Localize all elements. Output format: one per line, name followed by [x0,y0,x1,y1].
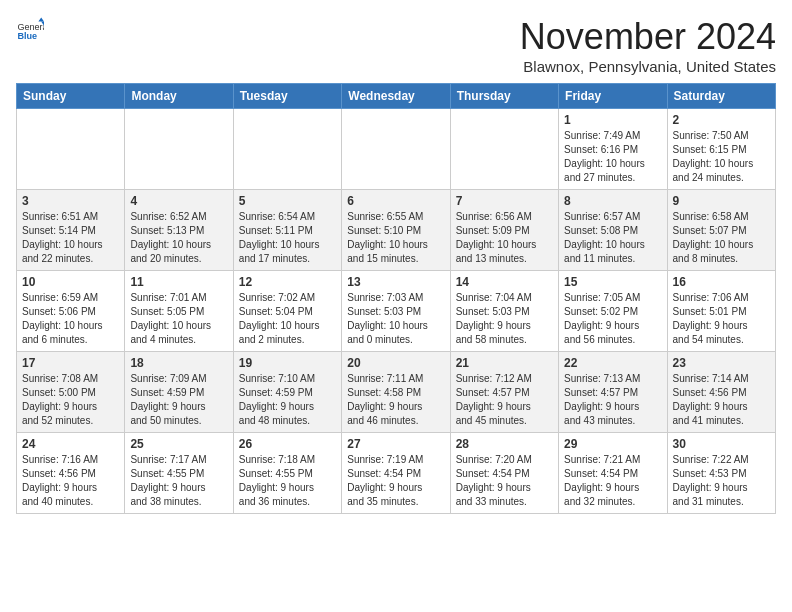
svg-text:Blue: Blue [17,31,37,41]
day-number: 20 [347,356,444,370]
day-number: 28 [456,437,553,451]
calendar-cell: 15Sunrise: 7:05 AM Sunset: 5:02 PM Dayli… [559,271,667,352]
calendar-cell: 24Sunrise: 7:16 AM Sunset: 4:56 PM Dayli… [17,433,125,514]
logo: General Blue [16,16,44,44]
day-number: 16 [673,275,770,289]
calendar-cell: 30Sunrise: 7:22 AM Sunset: 4:53 PM Dayli… [667,433,775,514]
day-info: Sunrise: 7:49 AM Sunset: 6:16 PM Dayligh… [564,129,661,185]
calendar-cell: 19Sunrise: 7:10 AM Sunset: 4:59 PM Dayli… [233,352,341,433]
day-number: 17 [22,356,119,370]
calendar-cell: 28Sunrise: 7:20 AM Sunset: 4:54 PM Dayli… [450,433,558,514]
month-title: November 2024 [520,16,776,58]
location-subtitle: Blawnox, Pennsylvania, United States [520,58,776,75]
weekday-header-wednesday: Wednesday [342,84,450,109]
day-info: Sunrise: 7:04 AM Sunset: 5:03 PM Dayligh… [456,291,553,347]
day-info: Sunrise: 7:16 AM Sunset: 4:56 PM Dayligh… [22,453,119,509]
day-info: Sunrise: 7:22 AM Sunset: 4:53 PM Dayligh… [673,453,770,509]
calendar-week-2: 3Sunrise: 6:51 AM Sunset: 5:14 PM Daylig… [17,190,776,271]
day-number: 22 [564,356,661,370]
day-info: Sunrise: 6:55 AM Sunset: 5:10 PM Dayligh… [347,210,444,266]
calendar-cell: 10Sunrise: 6:59 AM Sunset: 5:06 PM Dayli… [17,271,125,352]
day-number: 30 [673,437,770,451]
day-number: 7 [456,194,553,208]
day-number: 26 [239,437,336,451]
calendar-cell: 13Sunrise: 7:03 AM Sunset: 5:03 PM Dayli… [342,271,450,352]
day-info: Sunrise: 7:08 AM Sunset: 5:00 PM Dayligh… [22,372,119,428]
calendar-week-1: 1Sunrise: 7:49 AM Sunset: 6:16 PM Daylig… [17,109,776,190]
calendar-cell: 21Sunrise: 7:12 AM Sunset: 4:57 PM Dayli… [450,352,558,433]
day-number: 15 [564,275,661,289]
day-info: Sunrise: 7:14 AM Sunset: 4:56 PM Dayligh… [673,372,770,428]
weekday-header-saturday: Saturday [667,84,775,109]
calendar-cell: 5Sunrise: 6:54 AM Sunset: 5:11 PM Daylig… [233,190,341,271]
day-info: Sunrise: 7:19 AM Sunset: 4:54 PM Dayligh… [347,453,444,509]
day-number: 18 [130,356,227,370]
day-number: 6 [347,194,444,208]
day-info: Sunrise: 7:50 AM Sunset: 6:15 PM Dayligh… [673,129,770,185]
calendar-cell: 7Sunrise: 6:56 AM Sunset: 5:09 PM Daylig… [450,190,558,271]
calendar-cell: 11Sunrise: 7:01 AM Sunset: 5:05 PM Dayli… [125,271,233,352]
day-number: 10 [22,275,119,289]
day-info: Sunrise: 6:59 AM Sunset: 5:06 PM Dayligh… [22,291,119,347]
day-info: Sunrise: 6:56 AM Sunset: 5:09 PM Dayligh… [456,210,553,266]
day-number: 11 [130,275,227,289]
day-info: Sunrise: 7:02 AM Sunset: 5:04 PM Dayligh… [239,291,336,347]
day-number: 29 [564,437,661,451]
logo-icon: General Blue [16,16,44,44]
calendar-cell: 12Sunrise: 7:02 AM Sunset: 5:04 PM Dayli… [233,271,341,352]
weekday-header-sunday: Sunday [17,84,125,109]
weekday-header-friday: Friday [559,84,667,109]
day-number: 8 [564,194,661,208]
svg-marker-2 [38,17,44,21]
calendar-cell: 8Sunrise: 6:57 AM Sunset: 5:08 PM Daylig… [559,190,667,271]
calendar-cell: 2Sunrise: 7:50 AM Sunset: 6:15 PM Daylig… [667,109,775,190]
calendar-cell: 20Sunrise: 7:11 AM Sunset: 4:58 PM Dayli… [342,352,450,433]
day-info: Sunrise: 7:01 AM Sunset: 5:05 PM Dayligh… [130,291,227,347]
day-number: 23 [673,356,770,370]
day-info: Sunrise: 6:58 AM Sunset: 5:07 PM Dayligh… [673,210,770,266]
day-number: 5 [239,194,336,208]
day-info: Sunrise: 7:11 AM Sunset: 4:58 PM Dayligh… [347,372,444,428]
calendar-cell: 4Sunrise: 6:52 AM Sunset: 5:13 PM Daylig… [125,190,233,271]
calendar-body: 1Sunrise: 7:49 AM Sunset: 6:16 PM Daylig… [17,109,776,514]
calendar-cell [17,109,125,190]
calendar-cell: 27Sunrise: 7:19 AM Sunset: 4:54 PM Dayli… [342,433,450,514]
day-number: 14 [456,275,553,289]
day-info: Sunrise: 6:51 AM Sunset: 5:14 PM Dayligh… [22,210,119,266]
calendar-cell: 29Sunrise: 7:21 AM Sunset: 4:54 PM Dayli… [559,433,667,514]
day-info: Sunrise: 7:13 AM Sunset: 4:57 PM Dayligh… [564,372,661,428]
day-number: 9 [673,194,770,208]
day-number: 13 [347,275,444,289]
calendar-cell: 23Sunrise: 7:14 AM Sunset: 4:56 PM Dayli… [667,352,775,433]
day-number: 12 [239,275,336,289]
calendar-cell: 14Sunrise: 7:04 AM Sunset: 5:03 PM Dayli… [450,271,558,352]
day-number: 19 [239,356,336,370]
title-area: November 2024 Blawnox, Pennsylvania, Uni… [520,16,776,75]
day-number: 27 [347,437,444,451]
day-info: Sunrise: 6:57 AM Sunset: 5:08 PM Dayligh… [564,210,661,266]
calendar-cell: 22Sunrise: 7:13 AM Sunset: 4:57 PM Dayli… [559,352,667,433]
day-number: 3 [22,194,119,208]
day-info: Sunrise: 7:10 AM Sunset: 4:59 PM Dayligh… [239,372,336,428]
day-number: 1 [564,113,661,127]
day-number: 4 [130,194,227,208]
calendar-cell [233,109,341,190]
calendar-cell: 6Sunrise: 6:55 AM Sunset: 5:10 PM Daylig… [342,190,450,271]
calendar-cell [125,109,233,190]
calendar-cell: 16Sunrise: 7:06 AM Sunset: 5:01 PM Dayli… [667,271,775,352]
page-header: General Blue November 2024 Blawnox, Penn… [16,16,776,75]
day-info: Sunrise: 7:18 AM Sunset: 4:55 PM Dayligh… [239,453,336,509]
calendar-table: SundayMondayTuesdayWednesdayThursdayFrid… [16,83,776,514]
weekday-header-tuesday: Tuesday [233,84,341,109]
calendar-week-5: 24Sunrise: 7:16 AM Sunset: 4:56 PM Dayli… [17,433,776,514]
day-info: Sunrise: 7:03 AM Sunset: 5:03 PM Dayligh… [347,291,444,347]
calendar-week-4: 17Sunrise: 7:08 AM Sunset: 5:00 PM Dayli… [17,352,776,433]
calendar-cell [342,109,450,190]
calendar-cell: 3Sunrise: 6:51 AM Sunset: 5:14 PM Daylig… [17,190,125,271]
calendar-week-3: 10Sunrise: 6:59 AM Sunset: 5:06 PM Dayli… [17,271,776,352]
day-info: Sunrise: 7:05 AM Sunset: 5:02 PM Dayligh… [564,291,661,347]
calendar-cell: 1Sunrise: 7:49 AM Sunset: 6:16 PM Daylig… [559,109,667,190]
calendar-cell: 25Sunrise: 7:17 AM Sunset: 4:55 PM Dayli… [125,433,233,514]
day-number: 21 [456,356,553,370]
day-info: Sunrise: 6:54 AM Sunset: 5:11 PM Dayligh… [239,210,336,266]
